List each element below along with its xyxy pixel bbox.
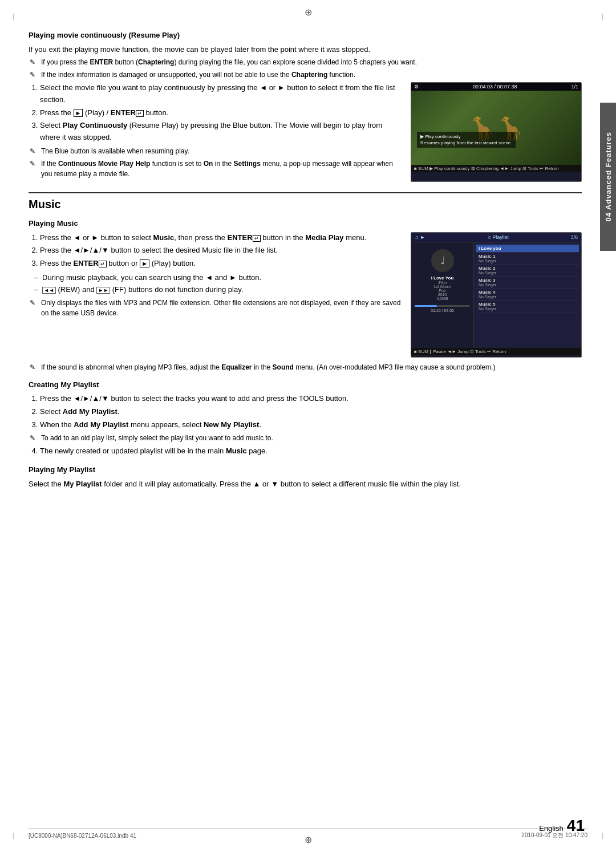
resume-screenshot-col: ⚙ 00:04:03 / 00:07:38 1/1 🦒🦒 ▶ Play cont… [411, 82, 582, 182]
copyright-mark: ⊕ [305, 7, 312, 18]
playing-playlist-text: Select the My Playlist folder and it wil… [29, 478, 582, 490]
music-steps: Press the ◄ or ► button to select Music,… [29, 232, 402, 270]
music-note2: If the sound is abnormal when playing MP… [29, 362, 582, 372]
resume-play-intro: If you exit the playing movie function, … [29, 44, 582, 55]
corner-mark-tr: | [602, 13, 603, 21]
resume-steps: Select the movie file you want to play c… [29, 82, 402, 144]
music-playlist-count: 3/6 [570, 234, 578, 240]
playlist-item-0: I Love you [476, 245, 579, 253]
movie-overlay-line2: Resumes playing from the last viewed sce… [420, 140, 512, 146]
movie-overlay-line1: ▶ Play continuously [420, 133, 512, 140]
music-text-col: Press the ◄ or ► button to select Music,… [29, 232, 402, 358]
music-step1: Press the ◄ or ► button to select Music,… [40, 232, 402, 244]
playing-music-title: Playing Music [29, 218, 582, 229]
creating-playlist-steps: Press the ◄/►/▲/▼ button to select the t… [29, 393, 582, 431]
resume-text-col: Select the movie file you want to play c… [29, 82, 402, 182]
music-size: 4.2MB [415, 297, 470, 301]
resume-note1: If you press the ENTER button (Chapterin… [29, 57, 582, 67]
creating-step4: The newly created or updated playlist wi… [40, 445, 582, 457]
playlist-item-4: Music 4 No Singer [476, 289, 579, 301]
music-year: 2010 [415, 293, 470, 297]
resume-step3: Select Play Continuously (Resume Play) b… [40, 120, 402, 144]
creating-note: To add to an old play list, simply selec… [29, 433, 582, 443]
music-now-playing-from: JYon [415, 281, 470, 285]
music-progress: 01:10 / 04:02 [415, 305, 470, 313]
music-note1: Only displays the files with MP3 and PCM… [29, 298, 402, 318]
resume-sub-note2: If the Continuous Movie Play Help functi… [29, 159, 402, 179]
music-progress-bar [415, 305, 470, 307]
playlist-item-3: Music 3 No Singer [476, 277, 579, 289]
movie-screenshot: ⚙ 00:04:03 / 00:07:38 1/1 🦒🦒 ▶ Play cont… [411, 82, 582, 182]
bottom-copyright: ⊕ [305, 834, 312, 845]
music-step3: Press the ENTER↵ button or ► (Play) butt… [40, 258, 402, 270]
resume-step2: Press the ► (Play) / ENTER↵ button. [40, 107, 402, 119]
music-body: ♩ I Love You JYon 1st Album Pop 2010 4.2… [411, 242, 581, 348]
music-controlbar: ■ SUM ‖ Pause ◄► Jump ⊡ Tools ↩ Return [411, 348, 581, 355]
music-right-panel: I Love you Music 1 No Singer Music 2 No … [474, 242, 581, 348]
music-dash2: ◄◄ (REW) and ►► (FF) buttons do not func… [42, 284, 402, 295]
music-progress-fill [415, 305, 437, 307]
creating-playlist-section: Creating My Playlist Press the ◄/►/▲/▼ b… [29, 379, 582, 458]
creating-step1: Press the ◄/►/▲/▼ button to select the t… [40, 393, 582, 405]
resume-step1: Select the movie file you want to play c… [40, 82, 402, 106]
playlist-item-5: Music 5 No Singer [476, 301, 579, 313]
movie-overlay: ▶ Play continuously Resumes playing from… [417, 132, 516, 148]
music-note-icon: ♩ [431, 249, 454, 272]
resume-play-section: Playing movie continuously (Resume Play)… [29, 30, 582, 182]
music-now-playing-title: I Love You [415, 275, 470, 281]
music-two-col: Press the ◄ or ► button to select Music,… [29, 232, 582, 358]
chapter-tab: 04 Advanced Features [600, 103, 616, 251]
creating-step4-list: The newly created or updated playlist wi… [29, 445, 582, 457]
section-divider [29, 192, 582, 193]
playlist-item-1: Music 1 No Singer [476, 253, 579, 265]
playlist-item-2: Music 2 No Singer [476, 265, 579, 277]
music-genre: Pop [415, 289, 470, 293]
music-dash-list: During music playback, you can search us… [29, 272, 402, 295]
movie-screen: 🦒🦒 [411, 91, 581, 165]
resume-note2: If the index information is damaged or u… [29, 70, 582, 80]
movie-controls-text: ■ SUM ▶ Play continuously ⊠ Chaptering ◄… [414, 166, 558, 171]
music-left-panel: ♩ I Love You JYon 1st Album Pop 2010 4.2… [411, 242, 474, 348]
corner-mark-tl: | [13, 13, 14, 21]
music-topbar: ♫ ► ♫ Playlist 3/6 [411, 233, 581, 242]
main-content: Playing movie continuously (Resume Play)… [29, 23, 582, 818]
movie-icon: ⚙ [414, 84, 419, 90]
creating-step2: Select Add My Playlist. [40, 406, 582, 418]
movie-page: 1/1 [571, 84, 578, 90]
music-album: 1st Album [415, 285, 470, 289]
movie-controlbar: ■ SUM ▶ Play continuously ⊠ Chaptering ◄… [411, 165, 581, 172]
resume-play-title: Playing movie continuously (Resume Play) [29, 30, 582, 41]
playing-playlist-title: Playing My Playlist [29, 464, 582, 476]
resume-two-col: Select the movie file you want to play c… [29, 82, 582, 182]
creating-step3: When the Add My Playlist menu appears, s… [40, 419, 582, 431]
music-screenshot-col: ♫ ► ♫ Playlist 3/6 ♩ I Love You JYon 1st… [411, 232, 582, 358]
creating-playlist-title: Creating My Playlist [29, 379, 582, 391]
chapter-tab-text: 04 Advanced Features [604, 132, 613, 222]
music-section-title: Music [29, 198, 582, 211]
resume-sub-note1: The Blue button is available when resumi… [29, 146, 402, 156]
corner-mark-br: | [602, 831, 603, 839]
corner-mark-bl: | [13, 831, 14, 839]
music-dash1: During music playback, you can search us… [42, 272, 402, 283]
music-screenshot: ♫ ► ♫ Playlist 3/6 ♩ I Love You JYon 1st… [411, 232, 582, 358]
music-topbar-left: ♫ ► [415, 234, 425, 240]
page-number: 41 [567, 817, 585, 835]
music-playlist-label: ♫ Playlist [487, 234, 509, 240]
footer-left: [UC8000-NA]BN68-02712A-06L03.indb 41 [29, 833, 136, 839]
playing-music-section: Playing Music Press the ◄ or ► button to… [29, 218, 582, 372]
music-time: 01:10 / 04:02 [415, 309, 470, 313]
music-info: I Love You JYon 1st Album Pop 2010 4.2MB [415, 275, 470, 301]
music-step2: Press the ◄/►/▲/▼ button to select the d… [40, 245, 402, 257]
music-controls-text: ■ SUM ‖ Pause ◄► Jump ⊡ Tools ↩ Return [414, 349, 506, 354]
movie-topbar: ⚙ 00:04:03 / 00:07:38 1/1 [411, 83, 581, 91]
page-number-area: English 41 [539, 817, 585, 835]
movie-time: 00:04:03 / 00:07:38 [473, 84, 517, 90]
playing-playlist-section: Playing My Playlist Select the My Playli… [29, 464, 582, 489]
language-label: English [539, 824, 564, 833]
